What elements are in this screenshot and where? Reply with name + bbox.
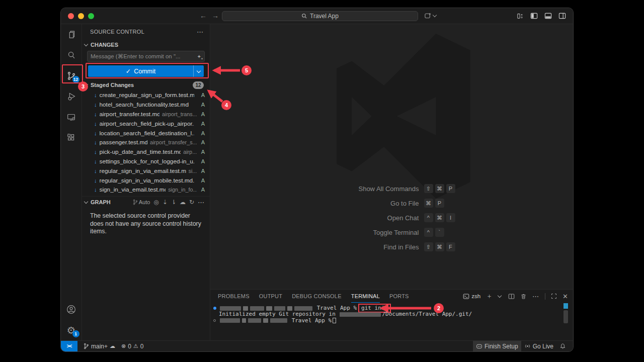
search-view-icon[interactable] xyxy=(61,45,82,65)
remote-indicator-button[interactable]: >< xyxy=(61,341,77,351)
cloud-icon[interactable]: ☁ xyxy=(180,199,186,206)
commit-button[interactable]: ✓ Commit xyxy=(88,65,204,77)
zoom-window-button[interactable] xyxy=(88,13,94,19)
staged-file-row[interactable]: ↓create_regular_sign_up_form.test.mdA xyxy=(82,90,210,100)
refresh-icon[interactable]: ↻ xyxy=(189,199,194,206)
copilot-icon[interactable] xyxy=(424,12,432,20)
go-live-button[interactable]: Go Live xyxy=(521,341,556,351)
problems-status-item[interactable]: ⊗ 0 ⚠ 0 xyxy=(118,341,146,351)
changes-section-header[interactable]: CHANGES xyxy=(82,39,210,50)
markdown-file-icon: ↓ xyxy=(94,139,97,145)
more-actions-icon[interactable]: ⋯ xyxy=(198,199,205,206)
tab-ports[interactable]: PORTS xyxy=(389,290,409,303)
sparkle-icon[interactable]: ✦ xyxy=(197,54,201,59)
staged-file-row[interactable]: ↓hotel_search_functionality.test.mdA xyxy=(82,100,210,110)
command-success-decoration xyxy=(213,307,216,310)
chevron-down-icon[interactable] xyxy=(433,13,437,17)
close-window-button[interactable] xyxy=(68,13,74,19)
staged-file-row[interactable]: ↓regular_sign_in_via_email.test.mdsi...A xyxy=(82,166,210,175)
terminal-icon xyxy=(463,293,469,300)
more-actions-icon[interactable]: ⋯ xyxy=(532,293,539,300)
copilot-face-icon xyxy=(476,343,482,349)
git-status-added: A xyxy=(199,111,205,117)
staged-file-row[interactable]: ↓pick-up_date_and_time.test.mdairp...A xyxy=(82,147,210,157)
git-status-added: A xyxy=(199,149,205,155)
staged-file-row[interactable]: ↓passenger.test.mdairport_transfer_s...A xyxy=(82,138,210,147)
error-icon: ⊗ xyxy=(121,343,126,349)
terminal-output[interactable]: Travel App %git init Initialized empty G… xyxy=(210,303,573,324)
terminal-cursor xyxy=(333,318,336,323)
keyboard-shortcuts-watermark: Show All Commands⇧⌘P Go to File⌘P Open C… xyxy=(326,184,455,251)
staged-file-row[interactable]: ↓location_search_field_destination_l...A xyxy=(82,128,210,138)
toggle-panel-icon[interactable] xyxy=(544,12,552,20)
new-terminal-icon[interactable]: ＋ xyxy=(486,292,493,301)
commit-message-input[interactable]: Message (⌘Enter to commit on "... ✦ xyxy=(87,51,205,62)
source-control-icon[interactable]: 12 xyxy=(61,65,82,86)
tab-terminal[interactable]: TERMINAL xyxy=(351,290,380,303)
terminal-scrollbar-thumb[interactable] xyxy=(564,310,568,323)
search-value: Travel App xyxy=(310,13,339,20)
more-actions-icon[interactable]: ⋯ xyxy=(197,28,204,36)
toggle-secondary-sidebar-icon[interactable] xyxy=(558,12,566,20)
check-icon: ✓ xyxy=(126,67,131,75)
pull-icon[interactable]: ⇂ xyxy=(171,199,176,206)
git-init-output: Initialized empty Git repository in xyxy=(219,311,336,317)
tab-problems[interactable]: PROBLEMS xyxy=(218,290,250,303)
fetch-icon[interactable]: ⇣ xyxy=(163,199,168,206)
search-icon xyxy=(301,13,307,19)
markdown-file-icon: ↓ xyxy=(94,102,97,108)
git-status-added: A xyxy=(199,121,205,127)
staged-file-row[interactable]: ↓sign_in_via_email.test.mdsign_in_fo...A xyxy=(82,185,210,195)
markdown-file-icon: ↓ xyxy=(94,187,97,193)
git-status-added: A xyxy=(199,139,205,145)
commit-dropdown-button[interactable] xyxy=(193,65,204,77)
key-backtick: ` xyxy=(435,228,444,237)
target-icon[interactable]: ◎ xyxy=(153,199,158,206)
key-ctrl: ^ xyxy=(424,228,433,237)
notifications-bell-icon[interactable] xyxy=(556,341,569,351)
tab-debug-console[interactable]: DEBUG CONSOLE xyxy=(292,290,342,303)
chevron-down-icon[interactable] xyxy=(498,293,502,297)
remote-explorer-icon[interactable] xyxy=(61,107,82,127)
trash-icon[interactable] xyxy=(520,293,527,300)
minimize-window-button[interactable] xyxy=(78,13,84,19)
maximize-panel-icon[interactable] xyxy=(551,293,557,299)
git-status-added: A xyxy=(199,187,205,193)
graph-auto-toggle[interactable]: Auto xyxy=(133,199,150,205)
key-cmd: ⌘ xyxy=(435,213,444,222)
activity-bar: 12 ⚙ 1 xyxy=(61,24,82,340)
shell-selector[interactable]: zsh xyxy=(463,293,480,300)
key-ctrl: ^ xyxy=(424,213,433,222)
toggle-primary-sidebar-icon[interactable] xyxy=(530,12,538,20)
staged-file-row[interactable]: ↓regular_sign_in_via_mobile.test.md...A xyxy=(82,175,210,185)
branch-status-item[interactable]: main+ ☁ xyxy=(80,341,118,351)
key-p: P xyxy=(435,199,444,208)
tab-output[interactable]: OUTPUT xyxy=(259,290,282,303)
git-status-added: A xyxy=(199,102,205,108)
git-status-added: A xyxy=(199,177,205,184)
split-terminal-icon[interactable] xyxy=(508,293,515,300)
key-p: P xyxy=(446,184,455,193)
terminal-prompt: Travel App % xyxy=(292,317,332,324)
finish-setup-button[interactable]: Finish Setup xyxy=(473,341,521,351)
staged-changes-header[interactable]: Staged Changes 12 xyxy=(82,79,210,90)
terminal-panel: PROBLEMS OUTPUT DEBUG CONSOLE TERMINAL P… xyxy=(210,289,573,340)
chevron-down-icon xyxy=(84,200,88,204)
scrollbar-annotation-marker xyxy=(564,303,568,309)
staged-file-row[interactable]: ↓airport_search_field_pick-up_airpor...A xyxy=(82,119,210,128)
extensions-icon[interactable] xyxy=(61,127,82,148)
staged-file-row[interactable]: ↓settings_block_for_not_logged-in_u...A xyxy=(82,157,210,166)
close-panel-icon[interactable]: ✕ xyxy=(562,293,568,300)
forward-arrow-icon[interactable]: → xyxy=(212,12,219,20)
broadcast-icon xyxy=(524,343,531,349)
settings-gear-icon[interactable]: ⚙ 1 xyxy=(61,320,82,340)
staged-file-row[interactable]: ↓airport_transfer.test.mdairport_trans..… xyxy=(82,110,210,119)
account-icon[interactable] xyxy=(61,299,82,320)
staged-count-badge: 12 xyxy=(193,81,204,89)
command-center-search[interactable]: Travel App xyxy=(222,11,418,21)
back-arrow-icon[interactable]: ← xyxy=(200,12,207,20)
customize-layout-icon[interactable] xyxy=(517,13,524,20)
graph-section-header[interactable]: GRAPH Auto ◎ ⇣ ⇂ ☁ ↻ ⋯ xyxy=(82,196,210,208)
run-debug-icon[interactable] xyxy=(61,86,82,107)
explorer-icon[interactable] xyxy=(61,24,82,45)
